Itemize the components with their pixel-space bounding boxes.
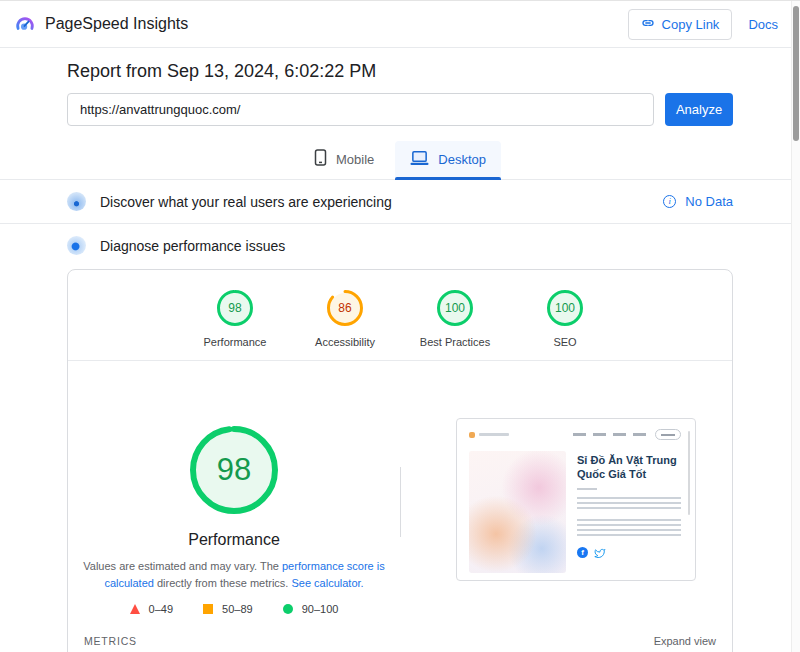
pagespeed-gauge-icon — [14, 13, 36, 36]
info-icon: i — [663, 195, 676, 208]
app-title: PageSpeed Insights — [45, 15, 188, 33]
tab-desktop-label: Desktop — [438, 152, 486, 167]
score-gauge-accessibility[interactable]: 86 Accessibility — [303, 288, 387, 348]
device-tabs: Mobile Desktop — [0, 141, 800, 180]
score-gauge-seo[interactable]: 100 SEO — [523, 288, 607, 348]
diagnose-section-row: Diagnose performance issues — [0, 224, 800, 263]
lighthouse-icon — [67, 236, 86, 255]
desktop-laptop-icon — [410, 150, 429, 169]
performance-panel-title: Performance — [188, 531, 280, 549]
score-legend: 0–49 50–89 90–100 — [130, 603, 339, 615]
tab-mobile[interactable]: Mobile — [299, 141, 389, 179]
average-square-icon — [203, 604, 213, 614]
preview-contact-button — [655, 429, 681, 440]
score-disclaimer: Values are estimated and may vary. The p… — [80, 558, 388, 592]
link-icon — [641, 16, 655, 33]
expand-view-toggle[interactable]: Expand view — [654, 635, 716, 647]
see-calculator-link[interactable]: See calculator. — [291, 577, 363, 589]
score-value: 98 — [215, 288, 255, 328]
real-users-icon — [67, 192, 86, 211]
app-logo[interactable]: PageSpeed Insights — [14, 13, 188, 36]
legend-good: 90–100 — [283, 603, 339, 615]
analyze-button[interactable]: Analyze — [665, 93, 733, 126]
legend-average: 50–89 — [203, 603, 253, 615]
tab-mobile-label: Mobile — [336, 152, 374, 167]
preview-site-logo — [469, 432, 475, 438]
metrics-header: METRICS Expand view — [68, 623, 732, 652]
legend-fail: 0–49 — [130, 603, 173, 615]
copy-link-button[interactable]: Copy Link — [628, 9, 733, 40]
disclaimer-text: directly from these metrics. — [154, 577, 292, 589]
no-data-label: No Data — [685, 194, 733, 209]
score-value: 100 — [435, 288, 475, 328]
copy-link-label: Copy Link — [662, 17, 720, 32]
preview-nav-links — [573, 433, 649, 436]
score-label: Performance — [204, 336, 267, 348]
score-gauge-performance[interactable]: 98 Performance — [193, 288, 277, 348]
twitter-icon — [594, 544, 606, 562]
scrollbar-thumb[interactable] — [793, 6, 799, 141]
score-label: SEO — [553, 336, 576, 348]
preview-hero-image — [469, 451, 566, 573]
fail-triangle-icon — [130, 604, 140, 614]
diagnose-section-title: Diagnose performance issues — [100, 238, 285, 254]
score-value: 86 — [325, 288, 365, 328]
crux-no-data[interactable]: i No Data — [663, 194, 733, 209]
legend-range: 0–49 — [149, 603, 173, 615]
performance-score-value: 98 — [189, 425, 279, 515]
legend-range: 50–89 — [222, 603, 253, 615]
preview-site-header — [469, 429, 681, 440]
score-value: 100 — [545, 288, 585, 328]
preview-paragraph — [577, 497, 681, 512]
performance-panel: 98 Performance Values are estimated and … — [68, 361, 732, 623]
metrics-section-label: METRICS — [84, 635, 137, 647]
preview-nav — [573, 429, 681, 440]
url-input[interactable] — [67, 93, 654, 126]
legend-range: 90–100 — [302, 603, 339, 615]
preview-social-row: f — [577, 544, 681, 562]
preview-heading-divider — [577, 488, 597, 490]
report-title: Report from Sep 13, 2024, 6:02:22 PM — [67, 61, 733, 82]
good-circle-icon — [283, 604, 293, 614]
score-label: Accessibility — [315, 336, 375, 348]
score-gauge-best-practices[interactable]: 100 Best Practices — [413, 288, 497, 348]
facebook-icon: f — [577, 547, 588, 558]
mobile-phone-icon — [314, 149, 327, 169]
app-header: PageSpeed Insights Copy Link Docs — [0, 1, 800, 48]
window-scrollbar[interactable] — [791, 1, 800, 652]
score-label: Best Practices — [420, 336, 490, 348]
performance-score-gauge: 98 — [189, 425, 279, 515]
category-scores: 98 Performance 86 Accessibility — [68, 270, 732, 360]
tab-desktop[interactable]: Desktop — [395, 141, 501, 179]
preview-hero-heading: Sỉ Đồ Ăn Vặt Trung Quốc Giá Tốt — [577, 453, 681, 482]
docs-link[interactable]: Docs — [748, 17, 778, 32]
preview-paragraph — [577, 519, 681, 537]
crux-section-title: Discover what your real users are experi… — [100, 194, 392, 210]
preview-logo-text — [479, 433, 509, 436]
disclaimer-text: Values are estimated and may vary. The — [83, 560, 282, 572]
page-screenshot-preview: Sỉ Đồ Ăn Vặt Trung Quốc Giá Tốt f — [456, 418, 696, 581]
lighthouse-report-card: 98 Performance 86 Accessibility — [67, 269, 733, 652]
preview-scrollbar — [688, 431, 690, 515]
crux-section-row: Discover what your real users are experi… — [0, 180, 800, 224]
